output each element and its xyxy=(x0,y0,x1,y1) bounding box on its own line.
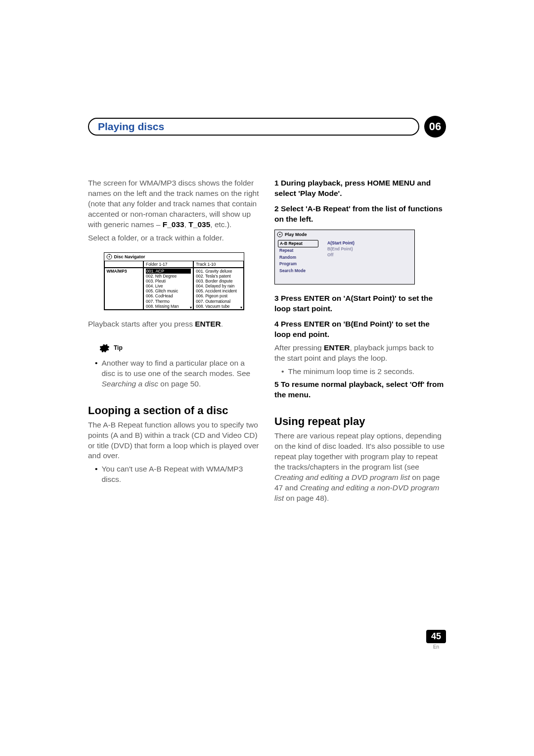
gear-icon xyxy=(99,342,110,353)
looping-bullet: • You can't use A-B Repeat with WMA/MP3 … xyxy=(95,464,260,485)
play-mode-title: Play Mode xyxy=(285,232,307,237)
list-item: 005. Glitch music xyxy=(146,288,178,293)
tip-bullet: • Another way to find a particular place… xyxy=(95,358,260,389)
list-item: 004. Delayed by rain xyxy=(196,284,234,288)
select-line: Select a folder, or a track within a fol… xyxy=(88,233,260,243)
page-content: Playing discs 06 The screen for WMA/MP3 … xyxy=(88,116,446,506)
play-mode-header: Play Mode xyxy=(275,230,414,239)
list-item: 001. Gravity deluxe xyxy=(196,269,232,274)
list-item: Repeat xyxy=(278,247,318,254)
right-column: 1 During playback, press HOME MENU and s… xyxy=(274,178,446,506)
page-number-badge: 45 En xyxy=(426,630,446,650)
play-mode-panel: Play Mode A-B Repeat Repeat Random Progr… xyxy=(274,230,415,284)
list-item: 006. CodHead xyxy=(146,293,173,298)
step-5: 5 To resume normal playback, select 'Off… xyxy=(274,379,446,400)
looping-paragraph: The A-B Repeat function allows you to sp… xyxy=(88,420,260,462)
list-item: 003. Border dispute xyxy=(196,279,232,284)
disc-nav-type-cell: WMA/MP3 xyxy=(104,268,143,310)
step-1: 1 During playback, press HOME MENU and s… xyxy=(274,178,446,199)
chapter-number: 06 xyxy=(429,120,441,133)
disc-nav-folder-header: Folder 1-17 xyxy=(143,261,193,268)
min-loop-bullet: • The minimum loop time is 2 seconds. xyxy=(281,367,446,377)
disc-nav-track-header: Track 1-10 xyxy=(193,261,243,268)
chapter-pill: Playing discs xyxy=(88,118,419,136)
list-item: 008. Vacuum tube xyxy=(196,304,229,309)
two-column-layout: The screen for WMA/MP3 discs shows the f… xyxy=(88,178,446,506)
scroll-down-icon: ▾ xyxy=(240,305,242,310)
repeat-paragraph: There are various repeat play options, d… xyxy=(274,431,446,503)
list-item: 008. Missing Man xyxy=(146,304,179,309)
list-item: 004. Live xyxy=(146,284,163,288)
disc-navigator-panel: Disc Navigator Folder 1-17 Track 1-10 WM… xyxy=(104,252,244,311)
disc-nav-left-header xyxy=(104,261,143,268)
scroll-down-icon: ▾ xyxy=(190,305,192,310)
list-item: B(End Point) xyxy=(327,246,355,252)
chapter-title: Playing discs xyxy=(98,121,164,133)
svg-point-3 xyxy=(279,234,280,235)
bullet-dot: • xyxy=(95,464,97,485)
playback-line: Playback starts after you press ENTER. xyxy=(88,319,260,330)
disc-navigator-title: Disc Navigator xyxy=(114,254,145,259)
page-number: 45 xyxy=(426,630,446,643)
min-loop-text: The minimum loop time is 2 seconds. xyxy=(288,367,414,377)
list-item: 007. Outernational xyxy=(196,299,230,304)
after-enter-paragraph: After pressing ENTER, playback jumps bac… xyxy=(274,343,446,364)
disc-nav-body: WMA/MP3 001. ACP 002. Nth Degree 003. Pl… xyxy=(104,268,244,310)
left-column: The screen for WMA/MP3 discs shows the f… xyxy=(88,178,260,506)
list-item: 001. ACP xyxy=(146,269,191,274)
list-item: 007. Thermo xyxy=(146,299,170,304)
step-3: 3 Press ENTER on 'A(Start Point)' to set… xyxy=(274,293,446,314)
list-item: 002. Nth Degree xyxy=(146,274,177,279)
list-item: 005. Accident incident xyxy=(196,288,237,293)
list-item: Off xyxy=(327,252,355,258)
bullet-dot: • xyxy=(281,367,284,377)
step-2: 2 Select 'A-B Repeat' from the list of f… xyxy=(274,204,446,225)
play-mode-right-list: A(Start Point) B(End Point) Off xyxy=(327,240,355,274)
list-item: 002. Tesla's patent xyxy=(196,274,230,279)
list-item: Search Mode xyxy=(278,268,318,274)
disc-nav-track-list: 001. Gravity deluxe 002. Tesla's patent … xyxy=(193,268,243,310)
list-item: 003. Pleuti xyxy=(146,279,166,284)
step-4: 4 Press ENTER on 'B(End Point)' to set t… xyxy=(274,319,446,340)
svg-point-1 xyxy=(108,256,109,257)
looping-bullet-text: You can't use A-B Repeat with WMA/MP3 di… xyxy=(101,464,260,485)
play-mode-body: A-B Repeat Repeat Random Program Search … xyxy=(275,239,414,275)
list-item: A-B Repeat xyxy=(278,240,318,247)
disc-nav-folder-list: 001. ACP 002. Nth Degree 003. Pleuti 004… xyxy=(143,268,193,310)
tip-label: Tip xyxy=(114,344,123,351)
intro-paragraph: The screen for WMA/MP3 discs shows the f… xyxy=(88,178,260,230)
section-heading-repeat: Using repeat play xyxy=(274,415,446,428)
play-mode-left-list: A-B Repeat Repeat Random Program Search … xyxy=(278,240,318,274)
disc-navigator-header: Disc Navigator xyxy=(104,253,244,261)
page-language: En xyxy=(426,644,446,650)
disc-nav-header-row: Folder 1-17 Track 1-10 xyxy=(104,261,244,268)
list-item: 006. Pigeon post xyxy=(196,293,227,298)
chapter-number-badge: 06 xyxy=(424,116,446,138)
disc-icon xyxy=(106,254,112,260)
section-heading-looping: Looping a section of a disc xyxy=(88,404,260,417)
list-item: Random xyxy=(278,254,318,261)
bullet-dot: • xyxy=(95,358,97,389)
tip-text: Another way to find a particular place o… xyxy=(101,358,260,389)
disc-icon xyxy=(277,232,283,237)
chapter-header: Playing discs 06 xyxy=(88,116,446,138)
tip-header: Tip xyxy=(99,342,260,353)
list-item: Program xyxy=(278,261,318,267)
list-item: A(Start Point) xyxy=(327,240,355,246)
